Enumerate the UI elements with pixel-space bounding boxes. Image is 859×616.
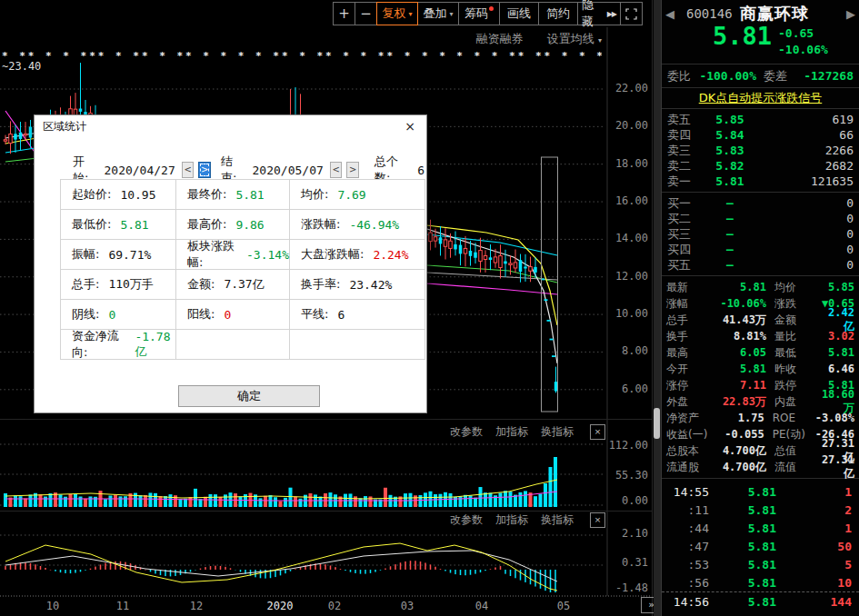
cell-value: 110万手 <box>108 276 153 293</box>
stat-label: 最低 <box>774 345 818 361</box>
end-prev-button[interactable]: < <box>330 162 343 178</box>
y-tick-label: 18.00 <box>592 157 648 170</box>
weicha-value: -127268 <box>787 69 854 83</box>
bid-label: 买三 <box>667 226 700 243</box>
y-tick-label: 20.00 <box>592 119 648 132</box>
fullscreen-button[interactable] <box>620 2 643 25</box>
prev-stock-icon[interactable]: ◀ <box>665 7 674 21</box>
bid-row[interactable]: 买五—0 <box>662 257 859 273</box>
stat-label: 昨收 <box>774 362 818 377</box>
cell-value: 7.37亿 <box>224 276 264 293</box>
panel-param-button[interactable]: 加指标 <box>495 424 528 440</box>
quote-stats: 最新5.81均价5.85涨幅-10.06%涨跌▼0.65总手41.43万金额2.… <box>662 276 859 479</box>
panel-collapse-handle[interactable] <box>654 408 660 439</box>
stat-value: 4.700亿 <box>715 443 766 459</box>
stats-cell: 起始价:10.95 <box>61 180 176 210</box>
stats-cell: 最低价:5.81 <box>61 210 176 240</box>
stat-label: 总值 <box>774 443 818 459</box>
tick-row[interactable]: :055.812 <box>662 611 859 616</box>
margin-trading-link[interactable]: 融资融券 <box>476 31 524 47</box>
y-tick-label: 16.00 <box>592 194 648 207</box>
stat-label: 流值 <box>774 460 818 475</box>
panel-param-button[interactable]: 改参数 <box>450 424 483 440</box>
panel-param-button[interactable]: 换指标 <box>541 424 574 440</box>
tick-row[interactable]: :535.815 <box>662 555 859 573</box>
tick-time: :53 <box>669 558 709 571</box>
stat-label: 总股本 <box>666 443 715 459</box>
cell-label: 总手: <box>72 276 99 293</box>
ok-button[interactable]: 确定 <box>178 385 320 407</box>
ma-setting-menu[interactable]: 设置均线 ▾ <box>547 31 602 47</box>
ask-label: 卖五 <box>667 112 700 128</box>
ask-volume: 121635 <box>760 174 854 188</box>
region-stats-dialog: 区域统计 × 开始: 2020/04/27 < > 结束: 2020/05/07… <box>34 114 427 413</box>
stat-value: 5.81 <box>715 281 766 293</box>
stat-label: ROE <box>773 412 815 424</box>
x-tick-label: 12 <box>190 600 203 612</box>
start-next-button[interactable]: > <box>198 162 211 178</box>
stats-cell <box>290 330 425 360</box>
next-stock-icon[interactable]: ▶ <box>846 7 855 21</box>
ask-price: 5.83 <box>700 144 760 157</box>
chevron-down-icon: ▾ <box>598 36 602 45</box>
draw-line-button[interactable]: 画线 <box>499 2 539 25</box>
stats-cell: 金额:7.37亿 <box>176 270 290 300</box>
stat-value: 41.43万 <box>715 313 766 328</box>
cell-value: 2.24% <box>373 248 408 262</box>
ask-row[interactable]: 卖五5.85619 <box>662 112 859 127</box>
cell-label: 大盘涨跌幅: <box>301 246 364 263</box>
dialog-title: 区域统计 <box>35 115 426 137</box>
close-panel-icon[interactable]: × <box>590 512 605 528</box>
close-icon[interactable]: × <box>402 118 418 134</box>
ask-price: 5.84 <box>700 128 760 142</box>
bid-row[interactable]: 买三—0 <box>662 226 859 242</box>
end-next-button[interactable]: > <box>346 162 359 178</box>
x-tick-label: 04 <box>475 600 488 612</box>
bid-volume: 0 <box>760 243 854 256</box>
stat-label: 换手 <box>666 329 715 344</box>
tick-list[interactable]: 14:555.811:115.812:445.811:475.8150:535.… <box>662 479 859 616</box>
y-tick-label: 0.31 <box>592 556 648 569</box>
close-panel-icon[interactable]: × <box>590 424 605 440</box>
stat-value: 7.11 <box>715 379 766 392</box>
stats-cell: 资金净流向:-1.78亿 <box>61 330 176 360</box>
tick-volume: 5 <box>776 558 852 571</box>
panel-param-button[interactable]: 换指标 <box>541 512 574 528</box>
stat-value: -10.06% <box>715 297 766 310</box>
chips-button[interactable]: 筹码 <box>458 2 500 25</box>
stat-value: 5.81 <box>818 346 854 359</box>
tick-row[interactable]: :475.8150 <box>662 537 859 555</box>
tick-price: 5.81 <box>709 576 776 590</box>
quote-header: ◀ 600146 商赢环球 ▶ 5.81 -0.65 -10.06% <box>662 0 859 65</box>
bid-row[interactable]: 买四—0 <box>662 242 859 257</box>
bid-row[interactable]: 买二—0 <box>662 211 859 226</box>
tick-row[interactable]: :565.8110 <box>662 573 859 591</box>
ask-row[interactable]: 卖四5.8466 <box>662 127 859 143</box>
hide-button[interactable]: 隐藏▶▶ <box>577 2 621 25</box>
tick-row[interactable]: :115.812 <box>662 501 859 519</box>
cell-label: 振幅: <box>72 246 99 263</box>
stat-row: 换手8.81%量比3.02 <box>662 328 859 344</box>
panel-param-button[interactable]: 加指标 <box>495 512 528 528</box>
panel-divider <box>654 0 661 616</box>
tick-row[interactable]: :445.811 <box>662 519 859 537</box>
peak-price-label: ~23.40 <box>2 60 41 73</box>
bid-row[interactable]: 买一—0 <box>662 195 859 211</box>
zoom-out-button[interactable]: − <box>355 2 377 25</box>
panel-param-button[interactable]: 改参数 <box>450 512 483 528</box>
overlay-button[interactable]: 叠加▾ <box>417 2 459 25</box>
ask-row[interactable]: 卖三5.832266 <box>662 143 859 158</box>
ask-row[interactable]: 卖二5.822682 <box>662 158 859 174</box>
zoom-in-button[interactable]: + <box>333 2 355 25</box>
tick-row[interactable]: 14:565.81144 <box>662 591 859 611</box>
stat-row: 外盘22.83万内盘18.60万 <box>662 393 859 410</box>
start-prev-button[interactable]: < <box>182 162 195 178</box>
bid-label: 买二 <box>667 211 700 227</box>
tick-row[interactable]: 14:555.811 <box>662 482 859 501</box>
adjust-price-button[interactable]: 复权▾ <box>376 2 418 25</box>
tick-volume: 50 <box>776 540 852 553</box>
volume-panel-header: 改参数加指标换指标× <box>0 424 605 440</box>
simple-mode-button[interactable]: 简约 <box>538 2 578 25</box>
dk-signal-link[interactable]: DK点自动提示涨跌信号 <box>662 88 859 109</box>
ask-row[interactable]: 卖一5.81121635 <box>662 174 859 189</box>
